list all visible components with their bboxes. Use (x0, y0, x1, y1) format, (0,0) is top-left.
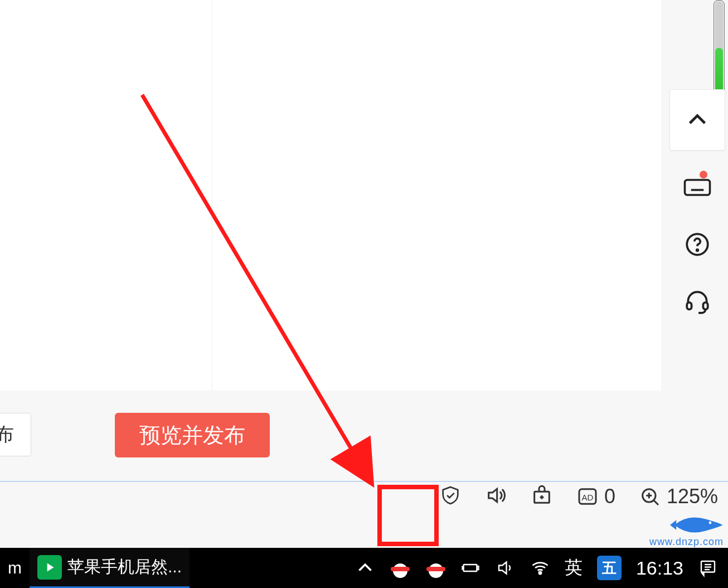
chevron-up-icon (355, 558, 375, 578)
watermark-url: www.dnzp.com (649, 536, 724, 548)
editor-pane-right (212, 0, 661, 391)
footer-actions: 布 预览并发布 (0, 413, 728, 480)
speaker-icon (496, 558, 516, 578)
adblock-count: 0 (604, 485, 615, 508)
browser-status-bar: AD 0 125% (0, 482, 728, 511)
taskbar-app-title: 苹果手机居然... (67, 556, 182, 579)
svg-marker-20 (670, 520, 676, 530)
penguin-icon (425, 556, 446, 580)
svg-point-21 (709, 522, 712, 524)
system-tray: 英 五 16:13 (355, 548, 728, 588)
taskbar-clock[interactable]: 16:13 (636, 557, 683, 579)
taskbar-app-item[interactable]: 苹果手机居然... (30, 548, 190, 588)
battery-charging-icon (461, 558, 481, 578)
extensions-icon[interactable] (531, 484, 553, 509)
collapse-panel-button[interactable] (669, 89, 725, 151)
zoom-indicator[interactable]: 125% (639, 485, 718, 508)
notification-icon (698, 558, 718, 578)
volume-tray-icon[interactable] (496, 558, 516, 578)
tray-overflow-button[interactable] (355, 558, 375, 578)
ime-engine-indicator[interactable]: 五 (597, 556, 622, 580)
svg-marker-22 (47, 563, 54, 571)
zoom-in-icon (639, 485, 661, 508)
app-play-icon (37, 555, 62, 580)
penguin-icon (390, 556, 411, 580)
svg-rect-23 (463, 565, 477, 571)
svg-point-7 (697, 249, 698, 251)
qq-tray-icon-1[interactable] (390, 556, 411, 580)
annotation-highlight-box (377, 485, 439, 546)
wifi-tray-icon[interactable] (530, 558, 550, 578)
svg-rect-24 (477, 566, 478, 570)
chevron-up-icon (685, 107, 710, 133)
watermark-logo-icon (670, 514, 724, 536)
editor-pane-left (0, 0, 212, 391)
secondary-button[interactable]: 布 (0, 413, 31, 456)
svg-text:AD: AD (581, 493, 593, 502)
side-toolbar (667, 81, 728, 329)
keyboard-icon (682, 172, 712, 203)
adblock-indicator[interactable]: AD 0 (576, 485, 615, 508)
help-chat-icon (683, 230, 711, 258)
volume-icon[interactable] (485, 484, 507, 509)
headset-icon (683, 287, 711, 315)
svg-rect-8 (687, 302, 691, 310)
zoom-level: 125% (667, 485, 718, 508)
watermark: www.dnzp.com (629, 510, 724, 548)
help-button[interactable] (677, 224, 717, 264)
adblock-icon: AD (576, 485, 599, 508)
windows-taskbar[interactable]: m 苹果手机居然... (0, 548, 728, 588)
wifi-icon (530, 558, 550, 578)
keyboard-button[interactable] (677, 167, 717, 208)
preview-publish-button[interactable]: 预览并发布 (115, 413, 270, 457)
action-center-button[interactable] (698, 558, 718, 578)
qq-tray-icon-2[interactable] (425, 556, 446, 580)
svg-rect-9 (703, 302, 707, 310)
svg-point-25 (539, 572, 541, 574)
shield-icon[interactable] (439, 484, 462, 509)
svg-rect-0 (685, 180, 710, 195)
notification-dot-icon (700, 171, 707, 179)
svg-line-18 (654, 501, 658, 505)
ime-language-indicator[interactable]: 英 (565, 556, 583, 580)
support-button[interactable] (677, 281, 717, 321)
battery-tray-icon[interactable] (461, 558, 481, 578)
taskbar-fragment-left[interactable]: m (0, 548, 30, 588)
